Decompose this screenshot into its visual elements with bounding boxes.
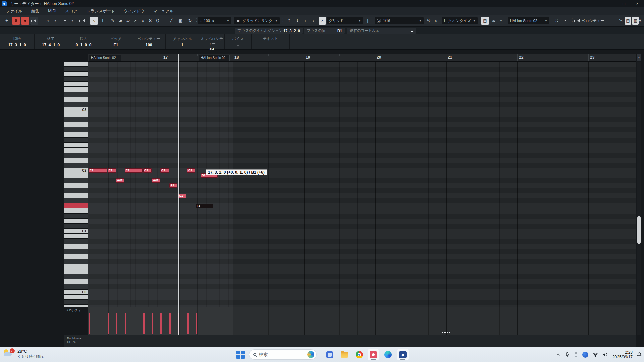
midi-note-C2[interactable]: C2 bbox=[108, 168, 116, 173]
piano-key-As1[interactable] bbox=[64, 178, 88, 183]
piano-key-E0[interactable] bbox=[64, 269, 88, 274]
piano-key-C0[interactable]: C0 bbox=[64, 290, 88, 294]
snap-type-dropdown[interactable]: グリッド ▼ bbox=[327, 17, 363, 24]
scrollbar-thumb[interactable] bbox=[637, 216, 641, 244]
notification-bell-icon[interactable]: z bbox=[637, 352, 642, 357]
edge-icon[interactable] bbox=[382, 349, 394, 360]
piano-key-B1[interactable] bbox=[64, 173, 88, 178]
part-selector-dropdown[interactable]: HALion Sonic 02 ▼ bbox=[508, 17, 549, 24]
accessibility-icon[interactable] bbox=[574, 352, 578, 357]
velocity-bar[interactable] bbox=[89, 313, 90, 334]
piano-key-D1[interactable] bbox=[64, 219, 88, 223]
piano-key-Gs2[interactable] bbox=[64, 127, 88, 132]
menu-item-6[interactable]: マニュアル bbox=[153, 8, 173, 14]
velocity-lane[interactable] bbox=[88, 307, 636, 335]
quantize-panel-button[interactable]: e bbox=[433, 17, 439, 25]
menu-item-5[interactable]: ウィンドウ bbox=[124, 8, 144, 14]
piano-key-Gs1[interactable] bbox=[64, 188, 88, 193]
piano-key-F2[interactable] bbox=[64, 143, 88, 147]
piano-key-Ds2[interactable] bbox=[64, 153, 88, 158]
part-label-1[interactable]: HALion Sonic 02 bbox=[199, 55, 230, 61]
piano-key-G3[interactable] bbox=[64, 72, 88, 76]
piano-key-C1[interactable]: C1 bbox=[64, 229, 88, 233]
part-label-0[interactable]: HALion Sonic 02 bbox=[89, 55, 121, 61]
info-field-3[interactable]: ピッチF1 bbox=[100, 34, 132, 49]
piano-keyboard[interactable]: C3C2C1C0 bbox=[64, 62, 88, 307]
auto-select-controllers-button[interactable]: ▣ bbox=[176, 17, 184, 25]
piano-key-E1[interactable] bbox=[64, 208, 88, 213]
piano-key-D0[interactable] bbox=[64, 279, 88, 284]
piano-key-As-1[interactable] bbox=[64, 300, 88, 304]
piano-key-Ds3[interactable] bbox=[64, 92, 88, 97]
menu-item-1[interactable]: 編集 bbox=[31, 8, 39, 14]
select-tool[interactable]: ↖ bbox=[90, 17, 98, 25]
feedback-speaker-button[interactable] bbox=[79, 17, 87, 25]
piano-key-A2[interactable] bbox=[64, 122, 88, 127]
layers-dropdown[interactable]: ▼ bbox=[498, 17, 502, 25]
setup-pin-icon[interactable]: ✦ bbox=[3, 17, 11, 25]
velocity-bar[interactable] bbox=[187, 313, 189, 334]
controller-lane-display[interactable]: ベロシティー bbox=[574, 17, 610, 24]
piano-key-Cs0[interactable] bbox=[64, 284, 88, 289]
piano-key-E2[interactable] bbox=[64, 148, 88, 153]
piano-key-As0[interactable] bbox=[64, 239, 88, 244]
piano-key-F0[interactable] bbox=[64, 264, 88, 269]
midi-note-C2[interactable]: C2 bbox=[187, 168, 195, 173]
nudge-start-right-button[interactable]: ↧ bbox=[293, 17, 301, 25]
piano-key-A0[interactable] bbox=[64, 244, 88, 249]
info-field-8[interactable]: テキスト bbox=[252, 34, 290, 49]
start-button[interactable] bbox=[236, 350, 245, 359]
midi-note-C2[interactable]: C2 bbox=[125, 168, 143, 173]
show-note-expression-button[interactable]: ▤ bbox=[481, 17, 489, 25]
piano-key-Cs1[interactable] bbox=[64, 224, 88, 228]
app-tray-icon[interactable] bbox=[582, 352, 588, 358]
piano-key-A1[interactable] bbox=[64, 183, 88, 188]
minimize-button[interactable]: – bbox=[604, 0, 617, 7]
weather-widget[interactable]: 9+ 28°C くもり時々晴れ bbox=[3, 348, 44, 359]
timeline-ruler[interactable]: 17181920212223HALion Sonic 02HALion Soni… bbox=[88, 54, 636, 62]
show-part-borders-button[interactable]: + bbox=[61, 17, 69, 25]
midi-note-G1[interactable]: G1 bbox=[178, 194, 186, 198]
glue-tool[interactable]: ∪ bbox=[139, 17, 147, 25]
info-field-5[interactable]: チャンネル1 bbox=[166, 34, 199, 49]
file-explorer-icon[interactable] bbox=[339, 349, 350, 360]
wifi-icon[interactable] bbox=[592, 352, 598, 357]
piano-key-Fs0[interactable] bbox=[64, 259, 88, 264]
piano-key-Ds1[interactable] bbox=[64, 214, 88, 218]
ruler-options-button[interactable]: ▼ bbox=[637, 54, 641, 61]
grid-overlay-button[interactable]: ∷ bbox=[553, 17, 561, 25]
range-tool[interactable]: I bbox=[99, 17, 107, 25]
insert-velocity-control[interactable]: ↓ 100 ⇅ ▼ bbox=[198, 17, 231, 24]
length-quantize-dropdown[interactable]: L クオンタイズ ▼ bbox=[442, 17, 478, 24]
microphone-icon[interactable] bbox=[565, 352, 570, 357]
midi-note-C2[interactable]: C2 bbox=[89, 168, 107, 173]
velocity-bar[interactable] bbox=[116, 313, 117, 334]
piano-key-G0[interactable] bbox=[64, 254, 88, 259]
piano-key-As2[interactable] bbox=[64, 117, 88, 122]
piano-key-A-1[interactable] bbox=[64, 305, 88, 307]
piano-key-A3[interactable] bbox=[64, 62, 88, 66]
nudge-down-button[interactable]: ↓ bbox=[309, 17, 317, 25]
tray-chevron-up-icon[interactable] bbox=[556, 352, 561, 357]
midi-note-C2[interactable]: C2 bbox=[160, 168, 169, 173]
mute-tool[interactable]: ✖ bbox=[146, 17, 154, 25]
chrome-icon[interactable] bbox=[354, 349, 365, 360]
piano-key-B0[interactable] bbox=[64, 234, 88, 238]
close-button[interactable]: × bbox=[631, 0, 644, 7]
link-to-grid-dropdown[interactable]: ◀▶ グリッドにリンク ▼ bbox=[234, 17, 280, 24]
info-field-4[interactable]: ベロシティー100 bbox=[132, 34, 166, 49]
velocity-bar[interactable] bbox=[143, 313, 145, 334]
search-box[interactable]: 検索 bbox=[249, 349, 317, 360]
nudge-up-button[interactable]: ↑ bbox=[301, 17, 309, 25]
maximize-button[interactable]: □ bbox=[617, 0, 631, 7]
record-button[interactable]: ● bbox=[21, 17, 29, 25]
piano-key-F1[interactable] bbox=[64, 203, 88, 208]
acoustic-feedback-button[interactable] bbox=[30, 17, 38, 25]
nudge-start-left-button[interactable]: ↥ bbox=[285, 17, 293, 25]
midi-input-button[interactable]: ◔ bbox=[561, 17, 569, 25]
task-view-icon[interactable] bbox=[324, 349, 335, 360]
window-layout-button-1[interactable]: ▤ bbox=[625, 17, 631, 25]
piano-key-Gs0[interactable] bbox=[64, 249, 88, 254]
piano-key-Cs2[interactable] bbox=[64, 163, 88, 168]
auto-scroll-button[interactable]: ⌂ bbox=[44, 17, 52, 25]
